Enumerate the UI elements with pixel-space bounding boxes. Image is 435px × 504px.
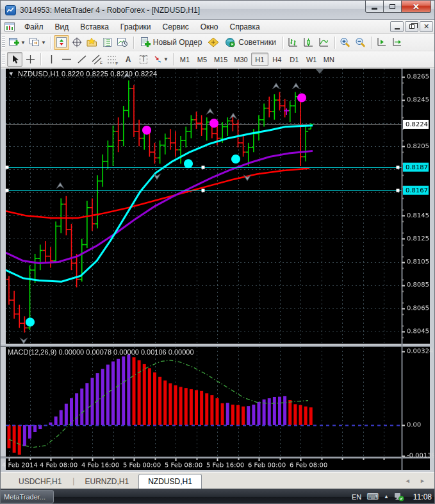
svg-text:F: F xyxy=(116,61,119,65)
candlestick-mode-button[interactable] xyxy=(301,35,316,50)
strategy-tester-button[interactable] xyxy=(115,35,131,50)
fibonacci-tool-button[interactable]: F xyxy=(105,52,120,67)
toolbar-separator xyxy=(133,37,134,49)
tab-eurnzd[interactable]: EURNZD,H1 xyxy=(76,475,138,489)
mdi-minimize-button[interactable] xyxy=(390,21,404,32)
taskbar-clock[interactable]: 11:08 xyxy=(413,492,432,501)
taskbar-metatrader-button[interactable]: MetaTrader... xyxy=(0,490,54,503)
mdi-restore-button[interactable] xyxy=(405,21,418,32)
crosshair-tool-button[interactable] xyxy=(22,52,38,67)
expert-advisors-label: Советники xyxy=(238,38,276,47)
windows-taskbar: MetaTrader... EN ⌨ ▲ 11:08 xyxy=(1,489,435,504)
dropdown-caret-icon: ▼ xyxy=(21,40,26,46)
toolbar-separator xyxy=(173,53,174,65)
new-chart-button[interactable]: ▼ xyxy=(7,35,28,50)
timeframe-m1-button[interactable]: M1 xyxy=(176,53,193,66)
toolbar-grip[interactable] xyxy=(2,54,5,65)
dropdown-caret-icon: ▼ xyxy=(41,40,46,46)
toolbar-separator xyxy=(40,53,41,65)
tab-nzdusd[interactable]: NZDUSD,H1 xyxy=(138,474,202,489)
chart-tabs-bar: USDCHF,H1 | EURNZD,H1 NZDUSD,H1 ◄ ► xyxy=(1,472,435,489)
close-icon: ✕ xyxy=(413,3,420,11)
keyboard-icon[interactable]: ⌨ xyxy=(366,492,379,501)
tab-usdchf[interactable]: USDCHF,H1 xyxy=(10,475,70,489)
mdi-close-icon: ✕ xyxy=(423,23,429,30)
minimize-icon xyxy=(372,8,377,10)
toolbar-separator xyxy=(371,37,372,49)
chart-area: ▼ NZDUSD,H1 0.8220 0.8225 0.8220 0.8224 … xyxy=(1,69,435,472)
timeframe-w1-button[interactable]: W1 xyxy=(303,53,320,66)
network-status-icon[interactable] xyxy=(394,492,404,501)
language-indicator[interactable]: EN xyxy=(352,493,361,501)
menu-file[interactable]: Файл xyxy=(19,21,49,33)
expert-advisors-button[interactable]: Советники xyxy=(221,35,280,50)
text-tool-icon: A xyxy=(126,55,131,64)
menu-bar: Файл Вид Вставка Графики Сервис Окно Спр… xyxy=(1,20,435,34)
close-button[interactable]: ✕ xyxy=(401,1,431,13)
title-bar[interactable]: 3014953: MetaTrader 4 - RoboForex - [NZD… xyxy=(1,1,435,20)
market-watch-button[interactable] xyxy=(54,35,69,50)
chart-symbol-header: ▼ NZDUSD,H1 0.8220 0.8225 0.8220 0.8224 xyxy=(8,70,157,78)
expert-advisors-icon xyxy=(225,37,236,47)
app-logo-icon xyxy=(5,5,16,15)
symbol-dropdown-icon[interactable]: ▼ xyxy=(8,71,14,77)
menu-view[interactable]: Вид xyxy=(49,21,75,33)
drawing-toolbar: E F A T ▼ M1 M5 M15 M30 H1 H4 D1 W1 MN xyxy=(1,51,435,68)
maximize-icon xyxy=(390,4,395,9)
menu-insert[interactable]: Вставка xyxy=(74,21,115,33)
toolbar-separator xyxy=(334,37,335,49)
bar-chart-mode-button[interactable] xyxy=(286,35,301,50)
new-order-icon xyxy=(140,37,151,47)
timeframe-h4-button[interactable]: H4 xyxy=(268,53,286,66)
minimize-button[interactable] xyxy=(365,1,384,13)
menu-help[interactable]: Справка xyxy=(224,21,266,33)
text-label-icon: T xyxy=(140,55,147,63)
mdi-minimize-icon xyxy=(395,28,400,29)
svg-text:E: E xyxy=(100,61,103,65)
price-chart-canvas[interactable] xyxy=(1,69,435,472)
profiles-button[interactable]: ▼ xyxy=(28,35,48,50)
timeframe-m5-button[interactable]: M5 xyxy=(193,53,211,66)
mdi-restore-icon xyxy=(409,24,414,29)
metaeditor-button[interactable] xyxy=(206,35,221,50)
toolbar-grip[interactable] xyxy=(2,37,5,48)
timeframe-m15-button[interactable]: M15 xyxy=(211,53,231,66)
macd-indicator-header: MACD(12,26,9) 0.00000 0.00078 0.00000 0.… xyxy=(8,348,194,356)
cursor-tool-button[interactable] xyxy=(7,52,22,67)
chart-ohlc-text: NZDUSD,H1 0.8220 0.8225 0.8220 0.8224 xyxy=(18,70,157,78)
zoom-in-button[interactable] xyxy=(338,35,353,50)
show-hidden-icons-button[interactable]: ▲ xyxy=(384,494,389,500)
menu-tools[interactable]: Сервис xyxy=(157,21,195,33)
vertical-line-tool-button[interactable] xyxy=(44,52,59,67)
menu-charts[interactable]: Графики xyxy=(115,21,157,33)
terminal-button[interactable] xyxy=(100,35,115,50)
chart-shift-button[interactable] xyxy=(390,35,405,50)
horizontal-line-tool-button[interactable] xyxy=(59,52,74,67)
navigator-button[interactable] xyxy=(85,35,100,50)
auto-scroll-button[interactable] xyxy=(374,35,390,50)
timeframe-h1-button[interactable]: H1 xyxy=(251,53,268,66)
data-window-button[interactable] xyxy=(69,35,85,50)
dropdown-caret-icon: ▼ xyxy=(163,56,168,62)
new-order-button[interactable]: Новый Ордер xyxy=(136,35,206,50)
line-chart-mode-button[interactable] xyxy=(316,35,332,50)
zoom-out-button[interactable] xyxy=(353,35,368,50)
standard-toolbar: ▼ ▼ Новый Ордер Сов xyxy=(1,34,435,51)
equidistant-channel-tool-button[interactable]: E xyxy=(90,52,105,67)
metatrader-window: 3014953: MetaTrader 4 - RoboForex - [NZD… xyxy=(0,0,435,504)
timeframe-mn-button[interactable]: MN xyxy=(320,53,338,66)
mdi-close-button[interactable]: ✕ xyxy=(420,21,433,32)
chart-document-icon[interactable] xyxy=(4,22,15,31)
timeframe-m30-button[interactable]: M30 xyxy=(231,53,250,66)
menu-window[interactable]: Окно xyxy=(195,21,224,33)
text-label-tool-button[interactable]: T xyxy=(136,52,151,67)
toolbar-separator xyxy=(51,37,51,49)
tab-scroll-arrows[interactable]: ◄ ► xyxy=(405,478,429,484)
trendline-tool-button[interactable] xyxy=(74,52,90,67)
arrows-tool-button[interactable]: ▼ xyxy=(151,52,170,67)
toolbar-separator xyxy=(283,37,283,49)
text-tool-button[interactable]: A xyxy=(120,52,136,67)
window-title: 3014953: MetaTrader 4 - RoboForex - [NZD… xyxy=(20,6,200,15)
timeframe-d1-button[interactable]: D1 xyxy=(286,53,303,66)
maximize-button[interactable] xyxy=(384,1,401,13)
